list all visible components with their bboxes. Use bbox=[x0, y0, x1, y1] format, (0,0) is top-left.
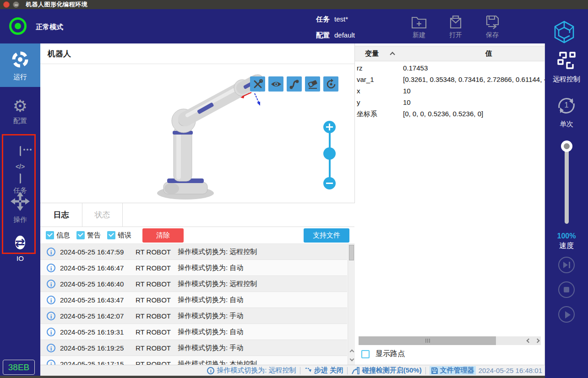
right-sidebar: 远程控制 1 单次 100% 速度 bbox=[545, 43, 588, 378]
zoom-slider-handle[interactable] bbox=[323, 147, 336, 160]
visibility-button[interactable] bbox=[268, 76, 283, 92]
robot-panel-title: 机器人 bbox=[40, 43, 354, 64]
filter-warning-checkbox[interactable] bbox=[76, 231, 85, 239]
log-row[interactable]: i 2024-05-25 16:46:40 RT ROBOT 操作模式切换为: … bbox=[40, 276, 347, 292]
variable-row[interactable]: rz 0.17453 bbox=[355, 63, 544, 74]
sidebar-item-run[interactable]: 运行 bbox=[0, 43, 40, 87]
sidebar-item-operate[interactable]: 操作 bbox=[0, 191, 40, 229]
step-icon bbox=[304, 367, 312, 375]
tab-log[interactable]: 日志 bbox=[40, 203, 82, 227]
task-label: 任务 bbox=[316, 15, 330, 23]
filter-error-checkbox[interactable] bbox=[107, 231, 115, 239]
stop-button[interactable] bbox=[558, 281, 575, 298]
info-icon: i bbox=[47, 312, 55, 320]
status-mode-item: i 操作模式切换为: 远程控制 bbox=[207, 366, 296, 375]
variable-row[interactable]: y 10 bbox=[355, 97, 544, 108]
save-button[interactable]: 保存 bbox=[478, 13, 507, 41]
log-row[interactable]: i 2024-05-25 16:46:47 RT ROBOT 操作模式切换为: … bbox=[40, 260, 347, 276]
log-row[interactable]: i 2024-05-25 16:47:59 RT ROBOT 操作模式切换为: … bbox=[40, 244, 347, 260]
log-row[interactable]: i 2024-05-25 16:17:15 RT ROBOT 操作模式切换为: … bbox=[40, 356, 347, 365]
filter-info-checkbox[interactable] bbox=[46, 231, 54, 239]
sidebar-item-config[interactable]: ⚙ 配置 bbox=[0, 97, 40, 133]
remote-control-item[interactable]: 远程控制 bbox=[545, 50, 588, 84]
code-window-icon: </> bbox=[0, 146, 40, 184]
speed-slider-track[interactable] bbox=[565, 145, 569, 224]
header: 正常模式 任务test* 配置default 新建 打开 bbox=[0, 9, 588, 43]
log-list[interactable]: i 2024-05-25 16:47:59 RT ROBOT 操作模式切换为: … bbox=[40, 244, 354, 365]
close-icon[interactable] bbox=[3, 1, 10, 8]
single-run-label: 单次 bbox=[545, 120, 588, 129]
log-message: 操作模式切换为: 手动 bbox=[178, 344, 347, 352]
variable-value: [0.3261, 0.35348, 0.73416, 2.72866, 0.61… bbox=[403, 76, 552, 83]
log-message: 操作模式切换为: 自动 bbox=[178, 328, 347, 336]
log-source: RT ROBOT bbox=[136, 264, 178, 272]
zoom-in-button[interactable] bbox=[323, 121, 336, 133]
config-row: 配置default bbox=[316, 31, 355, 40]
log-row[interactable]: i 2024-05-25 16:43:47 RT ROBOT 操作模式切换为: … bbox=[40, 292, 347, 308]
file-manager-item[interactable]: 文件管理器 bbox=[430, 366, 476, 375]
variable-row[interactable]: x 10 bbox=[355, 86, 544, 97]
erase-button[interactable] bbox=[305, 76, 320, 92]
single-run-item[interactable]: 1 单次 bbox=[545, 94, 588, 129]
separator bbox=[425, 367, 426, 374]
log-time: 2024-05-25 16:19:25 bbox=[60, 344, 136, 352]
variable-name: 坐标系 bbox=[357, 110, 377, 119]
path-button[interactable] bbox=[287, 76, 302, 92]
scroll-left-button[interactable] bbox=[524, 337, 533, 345]
column-value-label[interactable]: 值 bbox=[485, 49, 492, 58]
variables-table-header[interactable]: 变量 值 bbox=[355, 46, 544, 61]
tools-button[interactable] bbox=[250, 76, 265, 92]
info-icon: i bbox=[47, 280, 55, 288]
mode-label: 正常模式 bbox=[36, 23, 63, 32]
info-icon: i bbox=[47, 248, 55, 256]
log-message: 操作模式切换为: 自动 bbox=[178, 264, 347, 272]
status-badge[interactable]: 38EB bbox=[3, 360, 35, 375]
info-icon: i bbox=[47, 328, 55, 336]
log-scrollbar-thumb[interactable] bbox=[349, 245, 354, 260]
scroll-up-button[interactable] bbox=[349, 347, 354, 355]
variable-row[interactable]: 坐标系 [0, 0, 0, 0.5236, 0.5236, 0] bbox=[355, 108, 544, 120]
sidebar-item-io[interactable]: ⇄ IO bbox=[0, 232, 40, 269]
info-icon: i bbox=[207, 367, 214, 374]
info-icon: i bbox=[47, 264, 55, 272]
minimize-icon[interactable] bbox=[13, 1, 19, 8]
variable-value: 0.17453 bbox=[403, 64, 428, 72]
reset-view-button[interactable] bbox=[323, 76, 338, 92]
status-collision-item[interactable]: 碰撞检测开启(50%) bbox=[351, 366, 422, 375]
play-button[interactable] bbox=[558, 306, 575, 323]
variables-hscrollbar-thumb[interactable] bbox=[359, 336, 496, 345]
column-variable-label[interactable]: 变量 bbox=[365, 49, 379, 58]
log-scrollbar[interactable] bbox=[348, 244, 355, 365]
clear-button[interactable]: 清除 bbox=[142, 228, 184, 243]
zoom-out-button[interactable] bbox=[323, 177, 336, 189]
status-mode-message: 操作模式切换为: 远程控制 bbox=[217, 366, 296, 375]
new-button[interactable]: 新建 bbox=[404, 13, 434, 41]
variables-hscrollbar[interactable] bbox=[359, 336, 541, 345]
status-bar: i 操作模式切换为: 远程控制 步进 关闭 碰撞检测开启(50%) bbox=[40, 365, 545, 376]
tab-status[interactable]: 状态 bbox=[82, 203, 123, 227]
single-count: 1 bbox=[555, 101, 578, 110]
bottom-edge-strip bbox=[0, 376, 545, 378]
robot-3d-viewport[interactable] bbox=[40, 64, 354, 201]
support-files-button[interactable]: 支持文件 bbox=[304, 228, 349, 243]
variables-panel: 变量 值 rz 0.17453 var_1 [0.3261, 0.35348, … bbox=[355, 43, 545, 365]
scroll-down-button[interactable] bbox=[349, 356, 354, 363]
eye-icon bbox=[270, 78, 282, 90]
step-next-button[interactable] bbox=[558, 257, 575, 273]
log-row[interactable]: i 2024-05-25 16:19:31 RT ROBOT 操作模式切换为: … bbox=[40, 324, 347, 340]
scroll-right-button[interactable] bbox=[534, 337, 543, 345]
open-button[interactable]: 打开 bbox=[441, 13, 470, 41]
sidebar-item-task[interactable]: </> 任务 bbox=[0, 145, 40, 181]
status-step-label: 步进 关闭 bbox=[314, 366, 343, 375]
log-row[interactable]: i 2024-05-25 16:42:07 RT ROBOT 操作模式切换为: … bbox=[40, 308, 347, 324]
log-row[interactable]: i 2024-05-25 16:19:25 RT ROBOT 操作模式切换为: … bbox=[40, 340, 347, 356]
show-waypoints-checkbox[interactable] bbox=[361, 350, 370, 358]
log-source: RT ROBOT bbox=[136, 312, 178, 320]
variable-row[interactable]: var_1 [0.3261, 0.35348, 0.73416, 2.72866… bbox=[355, 74, 544, 86]
log-source: RT ROBOT bbox=[136, 296, 178, 304]
log-time: 2024-05-25 16:46:40 bbox=[60, 280, 136, 288]
info-icon: i bbox=[47, 296, 55, 304]
speed-slider-handle[interactable] bbox=[561, 140, 572, 152]
task-row: 任务test* bbox=[316, 15, 348, 24]
status-step-item[interactable]: 步进 关闭 bbox=[304, 366, 343, 375]
